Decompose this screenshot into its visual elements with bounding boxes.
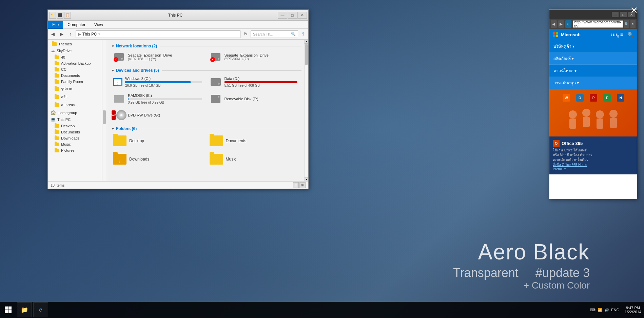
drive-d-size: 5.51 GB free of 408 GB: [225, 84, 299, 87]
close-button[interactable]: ✕: [297, 12, 307, 19]
sidebar-item-downloads[interactable]: Downloads: [48, 135, 102, 141]
drive-c[interactable]: Windows 8 (C:) 26.6 GB free of 187 GB: [110, 74, 205, 90]
drive-name: Seagate_Expansion_Drive: [128, 53, 202, 57]
help-button[interactable]: ?: [299, 30, 307, 38]
network-drive-z[interactable]: ✕ Seagate_Expansion_Drive (\\RT-N66U) (Z…: [207, 50, 302, 64]
sidebar-item-pictures[interactable]: Pictures: [48, 147, 102, 153]
ms-banner-svg: W O P E N: [552, 91, 634, 135]
ms-nav-support[interactable]: การสนับสนุน ▾: [549, 77, 637, 89]
desktop-close-button[interactable]: ✕: [627, 3, 641, 17]
ie-search-button[interactable]: 🔍: [624, 20, 629, 28]
drive-e[interactable]: RAMDISK (E:) 0.99 GB free of 0.99 GB: [110, 91, 205, 107]
sidebar-item-themes[interactable]: Themes: [48, 41, 102, 47]
ms-nav-downloads[interactable]: ดาวน์โหลด ▾: [549, 65, 637, 77]
ie-back-button[interactable]: ◀: [551, 20, 557, 28]
drive-f-icon: [210, 94, 222, 104]
sidebar-item-40[interactable]: 40: [48, 54, 102, 60]
ms-menu-icon[interactable]: เมนู ≡: [611, 31, 623, 38]
ms-search-icon[interactable]: 🔍: [628, 32, 633, 37]
ie-refresh-button[interactable]: ↻: [630, 20, 636, 28]
network-drive-y[interactable]: ✕ Seagate_Expansion_Drive (\\192.168.1.1…: [110, 50, 205, 64]
drive-e-progress: [128, 98, 129, 100]
ms-nav-partner[interactable]: บริษัทคู่ค้า ▾: [549, 40, 637, 52]
sidebar-item-documents-sky[interactable]: Documents: [48, 72, 102, 79]
explorer-title: This PC: [73, 13, 278, 18]
sidebar: Themes ☁ SkyDrive 40 Activation Backup: [48, 40, 102, 181]
refresh-button[interactable]: ↻: [242, 30, 249, 38]
view-grid-button[interactable]: ⊞: [299, 182, 306, 188]
ie-address-bar[interactable]: http://www.microsoft.com/th-th/: [573, 20, 623, 28]
sidebar-item-create[interactable]: สร้า: [48, 93, 102, 101]
sidebar-label-themes: Themes: [58, 42, 72, 46]
start-button[interactable]: [0, 302, 16, 318]
folder-item-downloads[interactable]: ↓ Downloads: [110, 151, 205, 168]
tab-file[interactable]: File: [48, 21, 63, 29]
section-network-header[interactable]: ▼ Network locations (2): [110, 42, 301, 50]
tab-computer[interactable]: Computer: [63, 21, 90, 29]
devices-grid: Windows 8 (C:) 26.6 GB free of 187 GB: [110, 74, 301, 122]
taskbar-file-explorer[interactable]: 📁: [17, 302, 32, 317]
folder-icon-documents: [210, 135, 223, 146]
taskbar-clock[interactable]: 9:47 PM 1/22/2014: [622, 306, 644, 314]
sidebar-item-public[interactable]: สาธารณะ: [48, 101, 102, 109]
drive-d[interactable]: Data (D:) 5.51 GB free of 408 GB: [207, 74, 302, 90]
sidebar-item-skydrive[interactable]: ☁ SkyDrive: [48, 47, 102, 54]
drive-c-progress-bg: [125, 81, 202, 83]
view-list-button[interactable]: ☰: [293, 182, 299, 188]
status-bar: 13 items ☰ ⊞: [48, 181, 308, 189]
section-folders-label: Folders (6): [116, 126, 137, 131]
folder-item-music[interactable]: Music: [207, 151, 302, 168]
sidebar-item-thispc[interactable]: 💻 This PC: [48, 116, 102, 123]
folder-icon-desktop: [113, 135, 126, 146]
minimize-button[interactable]: —: [278, 12, 287, 19]
section-folders-header[interactable]: ▼ Folders (6): [110, 125, 301, 132]
ie-forward-button[interactable]: ▶: [558, 20, 564, 28]
title-icon-1[interactable]: 📁: [49, 12, 56, 19]
tray-volume-icon[interactable]: 🔊: [604, 308, 609, 312]
search-box[interactable]: Search Th... 🔍: [251, 30, 298, 38]
office-link[interactable]: สั่งซื้อ Office 365 HomePremium: [553, 162, 633, 171]
ms-nav-products[interactable]: ผลิตภัณฑ์ ▾: [549, 52, 637, 65]
scroll-thumb[interactable]: [305, 44, 308, 65]
sidebar-item-activation-backup[interactable]: Activation Backup: [48, 60, 102, 66]
title-icon-3[interactable]: 📋: [64, 12, 71, 19]
tab-view[interactable]: View: [90, 21, 108, 29]
scroll-down-button[interactable]: ▼: [305, 177, 308, 181]
svg-text:W: W: [565, 96, 568, 100]
up-button[interactable]: ↑: [67, 30, 74, 38]
folder-item-desktop[interactable]: Desktop: [110, 132, 205, 149]
svg-point-2: [582, 109, 590, 117]
address-path[interactable]: ▶ This PC ▾: [76, 30, 240, 38]
folder-icon: [52, 42, 57, 46]
forward-button[interactable]: ▶: [58, 30, 65, 38]
tray-network-icon[interactable]: 📶: [598, 308, 602, 312]
sidebar-item-music[interactable]: Music: [48, 141, 102, 147]
scroll-up-button[interactable]: ▲: [305, 40, 308, 44]
tray-keyboard-icon: ⌨: [590, 308, 596, 312]
folder-item-documents[interactable]: Documents: [207, 132, 302, 149]
folder-icon: [55, 95, 59, 99]
sidebar-item-desktop[interactable]: Desktop: [48, 123, 102, 129]
drive-f[interactable]: Removable Disk (F:): [207, 91, 302, 107]
title-icon-2[interactable]: ⬛: [57, 12, 63, 19]
maximize-button[interactable]: □: [288, 12, 297, 19]
sidebar-item-cc[interactable]: CC: [48, 66, 102, 72]
section-devices-header[interactable]: ▼ Devices and drives (5): [110, 67, 301, 74]
sidebar-item-homegroup[interactable]: 🏠 Homegroup: [48, 109, 102, 116]
ie-maximize-button[interactable]: □: [620, 12, 627, 17]
sidebar-item-family-room[interactable]: Family Room: [48, 79, 102, 85]
svg-text:P: P: [592, 96, 595, 100]
chevron-icon: ▼: [111, 69, 115, 72]
taskbar-ie[interactable]: e: [33, 302, 48, 317]
drive-d-progress-bg: [225, 81, 299, 83]
drive-g[interactable]: DVD DVD RW Drive (G:): [110, 108, 205, 122]
sidebar-item-documents[interactable]: Documents: [48, 129, 102, 135]
ie-minimize-button[interactable]: —: [612, 12, 619, 17]
content-scrollbar[interactable]: ▲ ▼: [304, 40, 308, 181]
ms-banner-image: W O P E N: [549, 89, 637, 136]
back-button[interactable]: ◀: [49, 30, 57, 38]
sidebar-scrollbar[interactable]: [102, 40, 106, 181]
tray-lang[interactable]: ENG: [611, 308, 619, 312]
folder-name-desktop: Desktop: [129, 139, 144, 143]
sidebar-item-pictures-th[interactable]: รูปภาพ: [48, 85, 102, 93]
